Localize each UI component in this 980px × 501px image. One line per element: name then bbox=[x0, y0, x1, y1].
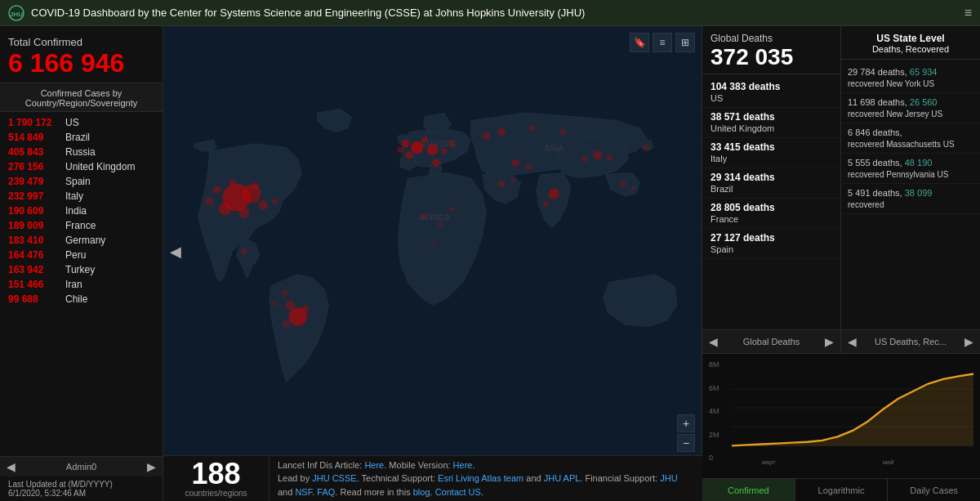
main-layout: Total Confirmed 6 166 946 Confirmed Case… bbox=[0, 26, 980, 501]
svg-point-31 bbox=[438, 222, 443, 227]
bookmark-button[interactable]: 🔖 bbox=[630, 33, 649, 52]
country-list-item[interactable]: 276 156United Kingdom bbox=[0, 159, 163, 174]
esri-link[interactable]: Esri Living Atlas team bbox=[438, 473, 523, 483]
global-deaths-header: Global Deaths 372 035 bbox=[702, 26, 840, 74]
country-list-item[interactable]: 164 476Peru bbox=[0, 248, 163, 262]
svg-point-30 bbox=[422, 214, 427, 219]
svg-point-25 bbox=[483, 132, 490, 140]
country-list-item[interactable]: 1 790 172US bbox=[0, 115, 163, 130]
bottom-info-text: Lancet Inf Dis Article: Here. Mobile Ver… bbox=[270, 456, 702, 501]
svg-point-37 bbox=[631, 186, 636, 190]
svg-point-28 bbox=[606, 154, 612, 161]
svg-point-32 bbox=[449, 207, 454, 212]
svg-point-36 bbox=[273, 302, 278, 306]
chart-container: 8M6M4M2M0 март май bbox=[702, 354, 980, 478]
grid-button[interactable]: ⊞ bbox=[675, 33, 695, 52]
menu-icon[interactable]: ≡ bbox=[964, 6, 972, 20]
svg-point-24 bbox=[560, 129, 567, 136]
chart-tab-daily-cases[interactable]: Daily Cases bbox=[888, 479, 980, 501]
country-list-item[interactable]: 183 410Germany bbox=[0, 233, 163, 248]
chart-tab-logarithmic[interactable]: Logarithmic bbox=[795, 479, 889, 501]
us-state-panel: US State Level Deaths, Recovered 29 784 … bbox=[841, 26, 980, 353]
admin-nav-left-arrow[interactable]: ◀ bbox=[7, 460, 16, 473]
svg-point-13 bbox=[301, 305, 309, 312]
us-state-title: US State Level bbox=[849, 33, 972, 44]
contact-link[interactable]: Contact US bbox=[435, 487, 481, 497]
us-nav-left[interactable]: ◀ bbox=[848, 335, 857, 348]
country-list: 1 790 172US514 849Brazil405 843Russia276… bbox=[0, 112, 163, 456]
map-container[interactable]: 🔖 ≡ ⊞ bbox=[163, 26, 702, 476]
zoom-out-button[interactable]: − bbox=[677, 434, 695, 452]
admin-nav-label: Admin0 bbox=[66, 462, 96, 472]
deaths-list-item: 38 571 deathsUnited Kingdom bbox=[702, 108, 840, 138]
chart-svg: март май bbox=[709, 360, 973, 478]
country-list-item[interactable]: 190 609India bbox=[0, 204, 163, 218]
country-list-item[interactable]: 151 466Iran bbox=[0, 277, 163, 292]
list-button[interactable]: ≡ bbox=[653, 33, 672, 52]
lancet-link[interactable]: Here bbox=[364, 460, 384, 470]
svg-point-14 bbox=[283, 320, 290, 328]
us-state-list: 29 784 deaths, 65 934recovered New York … bbox=[841, 60, 980, 329]
chart-y-label: 8M bbox=[709, 360, 719, 369]
deaths-nav-label: Global Deaths bbox=[743, 337, 800, 347]
country-list-item[interactable]: 163 942Turkey bbox=[0, 262, 163, 277]
country-list-item[interactable]: 514 849Brazil bbox=[0, 130, 163, 145]
header-menu: ≡ bbox=[964, 6, 972, 20]
svg-point-16 bbox=[402, 140, 409, 147]
us-state-list-item: 29 784 deaths, 65 934recovered New York … bbox=[841, 63, 980, 93]
country-list-item[interactable]: 232 997Italy bbox=[0, 189, 163, 204]
faq-link[interactable]: FAQ bbox=[317, 487, 335, 497]
country-list-item[interactable]: 405 843Russia bbox=[0, 145, 163, 159]
svg-point-23 bbox=[529, 125, 536, 132]
chart-y-label: 2M bbox=[709, 431, 719, 439]
deaths-nav-left[interactable]: ◀ bbox=[709, 335, 718, 348]
svg-point-8 bbox=[229, 179, 236, 186]
left-panel: Total Confirmed 6 166 946 Confirmed Case… bbox=[0, 26, 163, 501]
svg-point-21 bbox=[448, 141, 455, 147]
svg-point-9 bbox=[252, 182, 259, 190]
map-toolbar: 🔖 ≡ ⊞ bbox=[630, 33, 695, 52]
map-area: 🔖 ≡ ⊞ bbox=[163, 26, 702, 501]
svg-point-29 bbox=[511, 178, 516, 183]
cases-by-label: Confirmed Cases by bbox=[8, 88, 154, 98]
us-nav-label: US Deaths, Rec... bbox=[875, 337, 947, 347]
deaths-nav-right[interactable]: ▶ bbox=[825, 335, 834, 348]
country-list-item[interactable]: 99 688Chile bbox=[0, 292, 163, 306]
chart-y-label: 0 bbox=[709, 454, 719, 462]
mobile-link[interactable]: Here bbox=[453, 460, 473, 470]
deaths-list-item: 33 415 deathsItaly bbox=[702, 138, 840, 168]
deaths-nav: ◀ Global Deaths ▶ bbox=[702, 329, 840, 353]
jhu-link[interactable]: JHU bbox=[660, 473, 677, 483]
country-list-item[interactable]: 239 479Spain bbox=[0, 174, 163, 189]
admin-nav-right-arrow[interactable]: ▶ bbox=[147, 460, 156, 473]
svg-point-11 bbox=[205, 197, 214, 206]
map-nav-left[interactable]: ◀ bbox=[170, 243, 181, 261]
countries-count-label: countries/regions bbox=[185, 489, 247, 498]
deaths-list-item: 104 383 deathsUS bbox=[702, 78, 840, 108]
mexico-dot bbox=[241, 248, 247, 255]
last-updated-label: Last Updated at (M/D/YYYY) bbox=[8, 480, 154, 489]
us-nav-right[interactable]: ▶ bbox=[964, 335, 973, 348]
total-confirmed-label: Total Confirmed bbox=[8, 36, 154, 48]
jhu-csse-link[interactable]: JHU CSSE bbox=[312, 473, 356, 483]
us-state-header: US State Level Deaths, Recovered bbox=[841, 26, 980, 60]
total-confirmed-value: 6 166 946 bbox=[8, 50, 154, 76]
china-dot bbox=[593, 150, 602, 159]
country-list-item[interactable]: 189 009France bbox=[0, 218, 163, 233]
svg-point-5 bbox=[259, 200, 268, 209]
jhu-apl-link[interactable]: JHU APL bbox=[544, 473, 581, 483]
zoom-in-button[interactable]: + bbox=[677, 414, 695, 432]
blog-link[interactable]: blog bbox=[413, 487, 430, 497]
nsf-link[interactable]: NSF bbox=[295, 487, 312, 497]
chart-tab-confirmed[interactable]: Confirmed bbox=[702, 479, 795, 501]
svg-point-12 bbox=[286, 301, 295, 310]
svg-point-22 bbox=[397, 146, 403, 153]
global-deaths-panel: Global Deaths 372 035 104 383 deathsUS38… bbox=[702, 26, 841, 353]
svg-point-15 bbox=[427, 145, 438, 155]
jhu-logo: JHU bbox=[8, 5, 24, 21]
deaths-list-item: 29 314 deathsBrazil bbox=[702, 168, 840, 199]
countries-count: 188 bbox=[191, 459, 240, 489]
map-zoom-controls: + − bbox=[677, 414, 695, 452]
japan-dot bbox=[643, 145, 649, 151]
countries-count-section: 188 countries/regions bbox=[163, 456, 270, 501]
